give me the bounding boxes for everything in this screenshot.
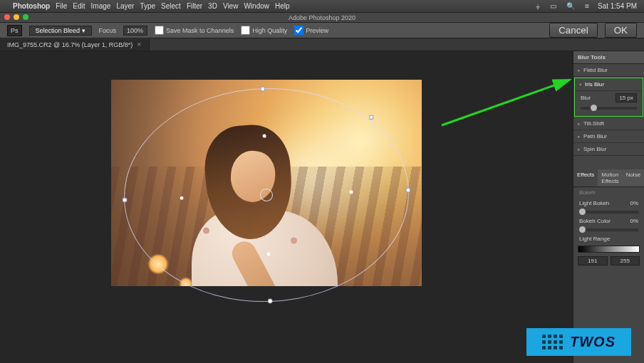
path-blur-label: Path Blur — [583, 133, 607, 140]
menu-view[interactable]: View — [223, 2, 239, 10]
menu-type[interactable]: Type — [140, 2, 155, 10]
iris-blur-label: Iris Blur — [585, 81, 604, 88]
bokeh-heading: Bokeh — [579, 189, 596, 196]
focus-input[interactable]: 100% — [123, 26, 147, 36]
menu-help[interactable]: Help — [275, 2, 290, 10]
menu-edit[interactable]: Edit — [73, 2, 85, 10]
twirl-icon: ▸ — [578, 121, 581, 127]
blur-tool-select-label: Selection Bleed — [36, 27, 80, 34]
tilt-shift-section[interactable]: ▸ Tilt-Shift — [573, 117, 644, 130]
blur-tools-tab[interactable]: Blur Tools — [573, 51, 644, 64]
close-tab-icon[interactable]: ✕ — [137, 41, 142, 48]
watermark-logo: TWOS — [526, 328, 631, 356]
light-range-label: Light Range — [579, 236, 610, 242]
watermark-text: TWOS — [570, 334, 616, 350]
blur-effects-panel: Effects Motion Effects Noise Bokeh Light… — [573, 169, 644, 268]
menu-filter[interactable]: Filter — [187, 2, 202, 10]
bokeh-color-slider[interactable] — [579, 228, 638, 231]
twirl-icon: ▸ — [578, 134, 581, 140]
zoom-window-button[interactable] — [23, 14, 28, 20]
menu-file[interactable]: File — [56, 2, 67, 10]
iris-blur-slider[interactable] — [581, 107, 637, 110]
iris-blur-section-highlighted: ▾ Iris Blur Blur 15 px — [574, 78, 643, 117]
menu-3d[interactable]: 3D — [208, 2, 217, 10]
options-bar: Ps Selection Bleed ▾ Focus 100% Save Mas… — [0, 23, 644, 38]
menu-extras: ⏚ ▭ 🔍 ≡ — [533, 2, 592, 10]
ok-button[interactable]: OK — [605, 23, 637, 38]
light-bokeh-label: Light Bokeh — [579, 200, 609, 206]
document-tab[interactable]: IMG_9755.CR2 @ 16.7% (Layer 1, RGB/8*) ✕ — [0, 39, 150, 51]
iris-blur-value-input[interactable]: 15 px — [616, 93, 637, 102]
iris-blur-slider-knob[interactable] — [591, 105, 597, 111]
spin-blur-label: Spin Blur — [583, 146, 606, 152]
save-mask-checkbox[interactable]: Save Mask to Channels — [155, 26, 234, 35]
window-titlebar: Adobe Photoshop 2020 — [0, 13, 644, 23]
high-quality-checkbox[interactable]: High Quality — [241, 26, 287, 35]
canvas[interactable] — [111, 80, 422, 286]
document-tab-title: IMG_9755.CR2 @ 16.7% (Layer 1, RGB/8*) — [7, 41, 133, 48]
menubar-clock[interactable]: Sat 1:54 PM — [598, 2, 637, 10]
svg-line-0 — [442, 80, 570, 125]
menu-window[interactable]: Window — [244, 2, 269, 10]
high-quality-label: High Quality — [252, 27, 287, 34]
light-range-lo-input[interactable]: 191 — [578, 256, 608, 265]
light-bokeh-slider[interactable] — [579, 211, 638, 214]
light-range-gradient[interactable] — [578, 246, 640, 253]
light-range-hi-input[interactable]: 255 — [611, 256, 640, 265]
workspace: Blur Tools ▸ Field Blur ▾ Iris Blur Blur… — [0, 51, 644, 363]
focus-label: Focus — [99, 27, 117, 34]
noise-tab[interactable]: Noise — [623, 169, 644, 186]
spotlight-icon[interactable]: 🔍 — [566, 2, 575, 10]
effects-tab[interactable]: Effects — [573, 169, 598, 186]
field-blur-label: Field Blur — [583, 67, 608, 73]
close-window-button[interactable] — [4, 14, 10, 20]
document-tab-bar: IMG_9755.CR2 @ 16.7% (Layer 1, RGB/8*) ✕ — [0, 38, 644, 51]
blur-tool-select[interactable]: Selection Bleed ▾ — [29, 26, 92, 36]
save-mask-label: Save Mask to Channels — [166, 27, 234, 34]
iris-blur-amount-label: Blur — [581, 95, 591, 101]
bokeh-color-value[interactable]: 0% — [630, 218, 638, 224]
twirl-icon: ▸ — [578, 147, 581, 152]
battery-icon[interactable]: ▭ — [550, 2, 556, 10]
control-center-icon[interactable]: ≡ — [585, 2, 589, 10]
logo-grid-icon — [542, 335, 563, 349]
light-bokeh-knob[interactable] — [579, 209, 586, 215]
twirl-down-icon: ▾ — [579, 82, 582, 88]
macos-menubar: Photoshop File Edit Image Layer Type Sel… — [0, 0, 644, 13]
wifi-icon[interactable]: ⏚ — [536, 2, 540, 10]
path-blur-section[interactable]: ▸ Path Blur — [573, 130, 644, 143]
traffic-lights — [4, 14, 28, 20]
spin-blur-section[interactable]: ▸ Spin Blur — [573, 143, 644, 156]
twirl-icon: ▸ — [578, 68, 581, 73]
preview-checkbox[interactable]: Preview — [294, 26, 328, 35]
iris-handle-bottom[interactable] — [268, 298, 273, 303]
ps-home-icon[interactable]: Ps — [7, 25, 22, 36]
app-menu[interactable]: Photoshop — [13, 2, 50, 10]
bokeh-color-knob[interactable] — [579, 226, 586, 233]
menu-select[interactable]: Select — [161, 2, 181, 10]
minimize-window-button[interactable] — [14, 14, 19, 20]
iris-blur-header[interactable]: ▾ Iris Blur — [575, 78, 643, 91]
annotation-arrow — [442, 75, 584, 135]
menu-image[interactable]: Image — [91, 2, 111, 10]
field-blur-section[interactable]: ▸ Field Blur — [573, 64, 644, 77]
preview-label: Preview — [306, 27, 328, 34]
light-bokeh-value[interactable]: 0% — [630, 200, 638, 206]
motion-effects-tab[interactable]: Motion Effects — [598, 169, 622, 186]
menu-layer[interactable]: Layer — [116, 2, 134, 10]
tilt-shift-label: Tilt-Shift — [583, 120, 604, 127]
photo-content — [111, 80, 422, 286]
bokeh-color-label: Bokeh Color — [579, 218, 611, 224]
blur-tools-panel: Blur Tools ▸ Field Blur ▾ Iris Blur Blur… — [573, 51, 644, 363]
window-title: Adobe Photoshop 2020 — [289, 14, 355, 21]
cancel-button[interactable]: Cancel — [549, 23, 598, 38]
